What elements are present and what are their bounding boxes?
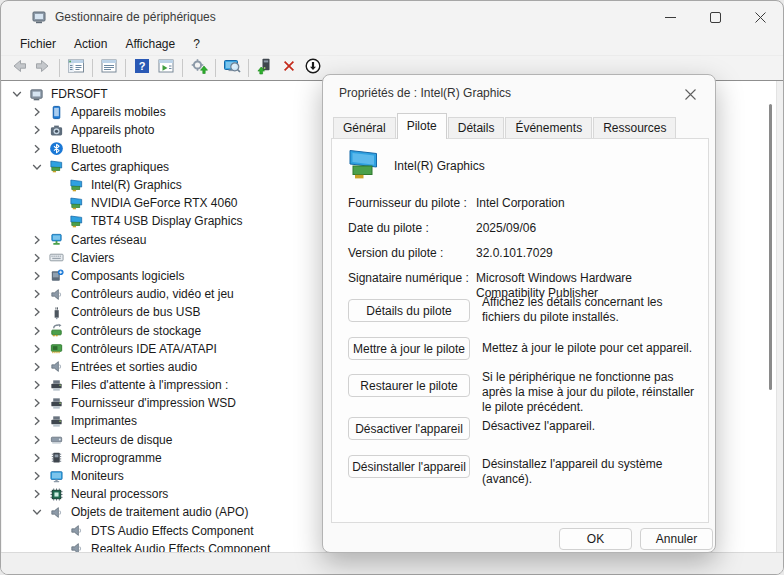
toolbar-button-console-tree[interactable]	[64, 57, 88, 79]
menu-bar: FichierActionAffichage?	[1, 33, 783, 56]
tree-item-label: Realtek Audio Effects Component	[91, 542, 270, 552]
tree-item-label: Contrôleurs de bus USB	[71, 305, 200, 319]
device-name: Intel(R) Graphics	[394, 159, 485, 173]
field-label: Date du pilote :	[348, 221, 429, 235]
tree-item-label: NVIDIA GeForce RTX 4060	[91, 196, 238, 210]
chevron-right-icon[interactable]	[30, 451, 44, 465]
properties-dialog: Propriétés de : Intel(R) Graphics Généra…	[322, 74, 716, 553]
toolbar-button-update-driver[interactable]	[187, 57, 211, 79]
chevron-right-icon[interactable]	[30, 305, 44, 319]
tab-pilote[interactable]: Pilote	[397, 113, 447, 139]
forward-icon	[34, 57, 52, 79]
driver-details-button[interactable]: Détails du pilote	[348, 299, 470, 322]
chevron-right-icon[interactable]	[30, 287, 44, 301]
ok-button[interactable]: OK	[559, 528, 632, 550]
monitor-icon	[48, 468, 64, 484]
scan-hardware-icon	[223, 57, 241, 79]
printer-icon	[48, 395, 64, 411]
chevron-right-icon[interactable]	[30, 342, 44, 356]
uninstall-device-button[interactable]: Désinstaller l'appareil	[348, 455, 470, 478]
audio-icon	[48, 359, 64, 375]
chevron-right-icon[interactable]	[30, 396, 44, 410]
tree-item-label: Cartes graphiques	[71, 160, 169, 174]
driver-details-description: Affichez les détails concernant les fich…	[482, 295, 702, 325]
toolbar-button-scan-hardware[interactable]	[220, 57, 244, 79]
dialog-close-button[interactable]	[677, 84, 703, 104]
chevron-right-icon[interactable]	[30, 433, 44, 447]
toolbar-button-back[interactable]	[7, 57, 31, 79]
roll-back-driver-description: Si le périphérique ne fonctionne pas apr…	[482, 370, 702, 415]
chevron-right-icon[interactable]	[30, 378, 44, 392]
toolbar-button-help[interactable]: ?	[130, 57, 154, 79]
disk-icon	[48, 432, 64, 448]
chevron-right-icon[interactable]	[30, 360, 44, 374]
chevron-right-icon[interactable]	[30, 142, 44, 156]
dialog-title-bar: Propriétés de : Intel(R) Graphics	[323, 75, 715, 111]
dialog-title: Propriétés de : Intel(R) Graphics	[339, 86, 511, 100]
toolbar-button-properties[interactable]	[97, 57, 121, 79]
close-icon	[685, 89, 696, 100]
chevron-right-icon[interactable]	[30, 251, 44, 265]
chevron-right-icon[interactable]	[30, 233, 44, 247]
minimize-button[interactable]	[648, 1, 693, 33]
network-icon	[48, 232, 64, 248]
tab-evenements[interactable]: Événements	[505, 117, 592, 139]
menu-affichage[interactable]: Affichage	[116, 34, 184, 54]
close-button[interactable]	[738, 1, 783, 33]
toolbar-button-uninstall-device[interactable]	[277, 57, 301, 79]
back-icon	[10, 57, 28, 79]
chevron-down-icon[interactable]	[10, 87, 24, 101]
chevron-right-icon[interactable]	[30, 324, 44, 338]
window-title: Gestionnaire de périphériques	[55, 10, 216, 24]
maximize-button[interactable]	[693, 1, 738, 33]
chevron-right-icon[interactable]	[30, 269, 44, 283]
disable-device-button[interactable]: Désactiver l'appareil	[348, 417, 470, 440]
tree-item-label: TBT4 USB Display Graphics	[91, 214, 242, 228]
chevron-down-icon[interactable]	[30, 160, 44, 174]
roll-back-driver-button[interactable]: Restaurer le pilote	[348, 374, 470, 397]
update-driver-icon	[190, 57, 208, 79]
tree-item-label: Contrôleurs de stockage	[71, 324, 201, 338]
tree-item-label: Cartes réseau	[71, 233, 146, 247]
tree-item-label: Entrées et sorties audio	[71, 360, 197, 374]
toolbar-button-action-pane[interactable]	[154, 57, 178, 79]
gpu-icon	[68, 213, 84, 229]
tree-item-label: Intel(R) Graphics	[91, 178, 182, 192]
chevron-right-icon[interactable]	[30, 469, 44, 483]
keyboard-icon	[48, 250, 64, 266]
printer-icon	[48, 413, 64, 429]
vertical-scrollbar[interactable]	[769, 104, 772, 390]
menu-action[interactable]: Action	[65, 34, 116, 54]
printer-icon	[48, 377, 64, 393]
cancel-button[interactable]: Annuler	[640, 528, 713, 550]
install-driver-icon	[256, 57, 274, 79]
chevron-right-icon[interactable]	[30, 414, 44, 428]
gpu-icon	[48, 159, 64, 175]
disable-device-description: Désactivez l'appareil.	[482, 419, 702, 434]
title-bar: Gestionnaire de périphériques	[1, 1, 783, 33]
screen: Gestionnaire de périphériques FichierAct…	[0, 0, 784, 575]
tab-details[interactable]: Détails	[448, 117, 505, 139]
tree-item-label: Contrôleurs IDE ATA/ATAPI	[71, 342, 217, 356]
toolbar-button-install-driver[interactable]	[253, 57, 277, 79]
chevron-right-icon[interactable]	[30, 487, 44, 501]
chevron-down-icon[interactable]	[30, 505, 44, 519]
menu-aide[interactable]: ?	[184, 34, 209, 54]
toolbar-button-forward[interactable]	[31, 57, 55, 79]
usb-icon	[48, 304, 64, 320]
tab-ressources[interactable]: Ressources	[593, 117, 676, 139]
tab-general[interactable]: Général	[333, 117, 396, 139]
menu-fichier[interactable]: Fichier	[11, 34, 65, 54]
field-label: Fournisseur du pilote :	[348, 196, 467, 210]
tree-item-label: Claviers	[71, 251, 114, 265]
field-value: 2025/09/06	[476, 221, 702, 236]
update-driver-button[interactable]: Mettre à jour le pilote	[348, 337, 470, 360]
storage-icon	[48, 323, 64, 339]
chevron-right-icon[interactable]	[30, 105, 44, 119]
chevron-right-icon[interactable]	[30, 123, 44, 137]
dialog-tabs: GénéralPiloteDétailsÉvénementsRessources	[333, 115, 677, 139]
toolbar-button-disable-device[interactable]	[301, 57, 325, 79]
tree-item-label: FDRSOFT	[51, 87, 108, 101]
firmware-icon	[48, 450, 64, 466]
audio-icon	[68, 541, 84, 552]
